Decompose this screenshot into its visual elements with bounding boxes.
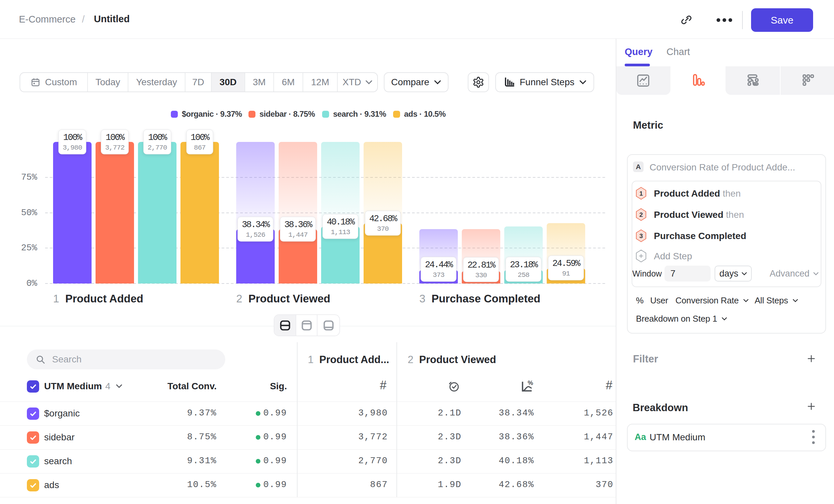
svg-text:1: 1 bbox=[639, 190, 643, 197]
svg-text:3: 3 bbox=[639, 232, 643, 239]
svg-text:%: % bbox=[528, 379, 533, 386]
svg-text:2: 2 bbox=[639, 211, 643, 218]
